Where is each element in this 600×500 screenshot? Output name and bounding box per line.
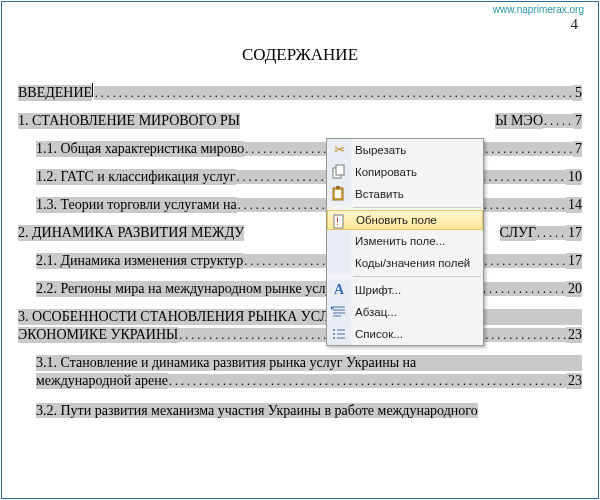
toc-page: 5 [573, 85, 582, 101]
toc-label: ВВЕДЕНИЕ [18, 85, 92, 101]
svg-point-16 [333, 337, 335, 339]
svg-point-14 [333, 333, 335, 335]
menu-label: Абзац... [355, 306, 397, 318]
menu-label: Обновить поле [356, 214, 437, 226]
toc-page: 17 [566, 225, 582, 241]
copy-icon [331, 164, 347, 180]
menu-label: Коды/значения полей [355, 257, 470, 269]
menu-label: Вставить [355, 188, 404, 200]
toc-page: 10 [566, 169, 582, 185]
toc-leader: ........ [536, 226, 566, 240]
toc-label: 3. ОСОБЕННОСТИ СТАНОВЛЕНИЯ РЫНКА УСЛУГ В… [18, 309, 582, 325]
menu-copy[interactable]: Копировать [327, 161, 483, 183]
toc-entry: 1.2. ГАТС и классификация услуг ........… [18, 169, 582, 185]
svg-rect-4 [336, 186, 340, 189]
toc-tail: СЛУГ [500, 225, 537, 241]
toc-page: 14 [566, 197, 582, 213]
toc-label: 1. СТАНОВЛЕНИЕ МИРОВОГО РЫ [18, 113, 240, 129]
menu-separator [353, 207, 481, 208]
toc-field[interactable]: ВВЕДЕНИЕ ...............................… [8, 83, 592, 419]
context-menu: ✂ Вырезать Копировать Вставить ! Обновит… [326, 138, 484, 346]
font-icon: A [331, 282, 347, 298]
menu-field-codes[interactable]: Коды/значения полей [327, 252, 483, 274]
svg-point-12 [333, 329, 335, 331]
paste-icon [331, 186, 347, 202]
menu-label: Изменить поле... [355, 235, 445, 247]
page-number: 4 [8, 16, 592, 33]
svg-rect-3 [335, 190, 341, 198]
text-cursor [92, 83, 93, 97]
menu-update-field[interactable]: ! Обновить поле [327, 210, 483, 230]
toc-label: 1.1. Общая характеристика мирово [36, 141, 244, 157]
toc-entry: 3.1. Становление и динамика развития рын… [18, 355, 582, 389]
menu-edit-field[interactable]: Изменить поле... [327, 230, 483, 252]
menu-label: Список... [355, 328, 403, 340]
toc-entry: 3.2. Пути развития механизма участия Укр… [18, 401, 582, 419]
svg-rect-1 [336, 165, 344, 175]
toc-entry: 1.3. Теории торговли услугами на .......… [18, 197, 582, 213]
toc-page: 23 [566, 373, 582, 389]
toc-label: 2. ДИНАМИКА РАЗВИТИЯ МЕЖДУ [18, 225, 244, 241]
toc-label: 2.2. Регионы мира на международном рынке… [36, 281, 338, 297]
menu-list[interactable]: Список... [327, 323, 483, 345]
toc-entry: 2. ДИНАМИКА РАЗВИТИЯ МЕЖДУ .............… [18, 225, 582, 241]
toc-label: 3.2. Пути развития механизма участия Укр… [36, 403, 478, 418]
toc-leader: ........................................… [94, 86, 573, 100]
toc-label: международной арене [36, 373, 168, 389]
toc-page: 7 [573, 141, 582, 157]
toc-label: 1.3. Теории торговли услугами на [36, 197, 237, 213]
toc-page: 23 [566, 327, 582, 343]
toc-entry: 3. ОСОБЕННОСТИ СТАНОВЛЕНИЯ РЫНКА УСЛУГ В… [18, 309, 582, 343]
toc-page: 20 [566, 281, 582, 297]
menu-label: Копировать [355, 166, 417, 178]
toc-label: 2.1. Динамика изменения структур [36, 253, 243, 269]
toc-entry: 2.2. Регионы мира на международном рынке… [18, 281, 582, 297]
menu-separator [353, 276, 481, 277]
toc-page: 7 [573, 113, 582, 129]
list-icon [331, 326, 347, 342]
toc-entry: 1. СТАНОВЛЕНИЕ МИРОВОГО РЫ .............… [18, 113, 582, 129]
menu-label: Шрифт... [355, 284, 401, 296]
toc-leader: ........................................… [168, 374, 566, 388]
menu-font[interactable]: A Шрифт... [327, 279, 483, 301]
toc-label: 3.1. Становление и динамика развития рын… [36, 355, 582, 371]
menu-cut[interactable]: ✂ Вырезать [327, 139, 483, 161]
toc-entry: 2.1. Динамика изменения структур .......… [18, 253, 582, 269]
toc-label: ЭКОНОМИКЕ УКРАИНЫ [18, 327, 178, 343]
toc-tail: Ы МЭО [495, 113, 543, 129]
toc-entry: ВВЕДЕНИЕ ...............................… [18, 83, 582, 101]
paragraph-icon [331, 304, 347, 320]
cut-icon: ✂ [331, 142, 347, 158]
toc-label: 1.2. ГАТС и классификация услуг [36, 169, 236, 185]
toc-entry: 1.1. Общая характеристика мирово .......… [18, 141, 582, 157]
toc-leader: ........ [543, 114, 573, 128]
toc-page: 17 [566, 253, 582, 269]
menu-label: Вырезать [355, 144, 406, 156]
svg-text:!: ! [336, 216, 339, 227]
update-icon: ! [332, 214, 348, 230]
toc-title: СОДЕРЖАНИЕ [8, 45, 592, 65]
watermark-link[interactable]: www.naprimerax.org [493, 4, 584, 15]
menu-paste[interactable]: Вставить [327, 183, 483, 205]
menu-paragraph[interactable]: Абзац... [327, 301, 483, 323]
document-page: www.naprimerax.org 4 СОДЕРЖАНИЕ ВВЕДЕНИЕ… [1, 1, 599, 499]
